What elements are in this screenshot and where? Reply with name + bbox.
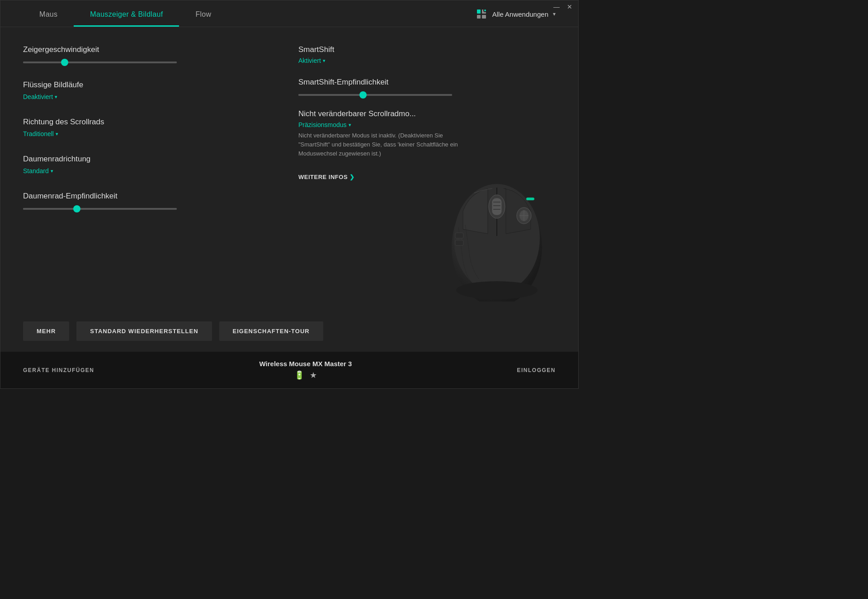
slider-thumb-3[interactable] — [359, 91, 367, 99]
nicht-veraenderbarer-chevron: ▾ — [349, 122, 351, 128]
richtung-scrollrads-chevron: ▾ — [56, 131, 58, 137]
daumenradrichtung-label: Daumenradrichtung — [23, 155, 280, 164]
smartshift-empfindlichkeit-label: SmartShift-Empfindlichkeit — [298, 78, 556, 87]
grid-dot-1 — [477, 9, 481, 14]
nicht-veraenderbarer-block: Nicht veränderbarer Scrollradmo... Präzi… — [298, 109, 556, 158]
daumenrad-empfindlichkeit-slider[interactable] — [23, 208, 177, 210]
richtung-scrollrads-value: Traditionell — [23, 130, 54, 137]
titlebar: — ✕ — [547, 0, 579, 14]
close-button[interactable]: ✕ — [567, 4, 572, 10]
header-right: Alle Anwendungen ▾ — [475, 8, 556, 27]
smartshift-chevron: ▾ — [323, 58, 326, 64]
richtung-scrollrads-dropdown[interactable]: Traditionell ▾ — [23, 130, 280, 137]
geraete-hinzufuegen-button[interactable]: GERÄTE HINZUFÜGEN — [23, 367, 94, 373]
fluessige-bildlaeufe-dropdown[interactable]: Deaktiviert ▾ — [23, 93, 280, 100]
standard-wiederherstellen-button[interactable]: STANDARD WIEDERHERSTELLEN — [76, 321, 212, 341]
richtung-scrollrads-label: Richtung des Scrollrads — [23, 118, 280, 127]
daumenrad-empfindlichkeit-label: Daumenrad-Empfindlichkeit — [23, 192, 280, 201]
slider-fill-3 — [298, 94, 452, 96]
mouse-image — [425, 157, 569, 302]
device-info: Wireless Mouse MX Master 3 🔋 ★ — [259, 360, 352, 380]
apps-grid-icon[interactable] — [475, 8, 488, 20]
svg-point-15 — [456, 281, 538, 299]
smartshift-value: Aktiviert — [298, 57, 321, 64]
daumenradrichtung-value: Standard — [23, 167, 49, 175]
tab-mauszeiger[interactable]: Mauszeiger & Bildlauf — [74, 0, 179, 27]
daumenrad-empfindlichkeit-block: Daumenrad-Empfindlichkeit — [23, 192, 280, 210]
fluessige-bildlaeufe-label: Flüssige Bildläufe — [23, 80, 280, 90]
left-column: Zeigergeschwindigkeit Flüssige Bildläufe… — [23, 45, 298, 292]
minimize-button[interactable]: — — [553, 4, 560, 10]
smartshift-empfindlichkeit-slider[interactable] — [298, 94, 452, 96]
nicht-veraenderbarer-dropdown[interactable]: Präzisionsmodus ▾ — [298, 121, 556, 128]
smartshift-empfindlichkeit-block: SmartShift-Empfindlichkeit — [298, 78, 556, 96]
weitere-infos-arrow: ❯ — [349, 174, 355, 180]
zeigergeschwindigkeit-label: Zeigergeschwindigkeit — [23, 45, 280, 54]
daumenradrichtung-chevron: ▾ — [51, 168, 53, 174]
zeigergeschwindigkeit-slider[interactable] — [23, 61, 177, 63]
grid-dot-3 — [477, 15, 481, 19]
slider-fill — [23, 61, 177, 63]
smartshift-block: SmartShift Aktiviert ▾ — [298, 45, 556, 64]
svg-rect-14 — [455, 240, 463, 245]
daumenradrichtung-dropdown[interactable]: Standard ▾ — [23, 167, 280, 175]
eigenschaften-tour-button[interactable]: EIGENSCHAFTEN-TOUR — [219, 321, 323, 341]
tab-maus[interactable]: Maus — [23, 0, 74, 27]
nicht-veraenderbarer-label: Nicht veränderbarer Scrollradmo... — [298, 109, 556, 118]
bottom-bar: GERÄTE HINZUFÜGEN Wireless Mouse MX Mast… — [0, 352, 578, 388]
header: Maus Mauszeiger & Bildlauf Flow Alle Anw… — [0, 0, 578, 27]
smartshift-label: SmartShift — [298, 45, 556, 54]
svg-rect-13 — [455, 233, 463, 238]
app-window: — ✕ Maus Mauszeiger & Bildlauf Flow Alle… — [0, 0, 579, 389]
weitere-infos-label: WEITERE INFOS — [298, 174, 348, 180]
slider-thumb-2[interactable] — [73, 205, 80, 212]
battery-icon: 🔋 — [294, 370, 304, 380]
fluessige-bildlaeufe-value: Deaktiviert — [23, 93, 53, 100]
bluetooth-icon: ★ — [310, 370, 317, 380]
slider-thumb[interactable] — [61, 59, 68, 66]
fluessige-bildlaeufe-block: Flüssige Bildläufe Deaktiviert ▾ — [23, 80, 280, 100]
mehr-button[interactable]: MEHR — [23, 321, 69, 341]
nicht-veraenderbarer-value: Präzisionsmodus — [298, 121, 347, 128]
svg-rect-12 — [526, 198, 534, 200]
fluessige-bildlaeufe-chevron: ▾ — [55, 94, 57, 100]
grid-dot-4 — [482, 15, 486, 19]
mouse-svg — [425, 157, 569, 302]
all-apps-label[interactable]: Alle Anwendungen — [492, 10, 548, 18]
einloggen-button[interactable]: EINLOGGEN — [517, 367, 556, 373]
device-name: Wireless Mouse MX Master 3 — [259, 360, 352, 368]
tab-flow[interactable]: Flow — [179, 0, 227, 27]
footer-buttons: MEHR STANDARD WIEDERHERSTELLEN EIGENSCHA… — [0, 311, 578, 352]
right-column: SmartShift Aktiviert ▾ SmartShift-Empfin… — [298, 45, 556, 292]
daumenradrichtung-block: Daumenradrichtung Standard ▾ — [23, 155, 280, 175]
smartshift-dropdown[interactable]: Aktiviert ▾ — [298, 57, 556, 64]
zeigergeschwindigkeit-block: Zeigergeschwindigkeit — [23, 45, 280, 63]
main-content: Zeigergeschwindigkeit Flüssige Bildläufe… — [0, 27, 578, 311]
slider-fill-2 — [23, 208, 177, 210]
device-icons: 🔋 ★ — [294, 370, 317, 380]
svg-rect-4 — [492, 198, 501, 215]
apps-grid-notification-dot — [483, 9, 487, 12]
nicht-veraenderbarer-info: Nicht veränderbarer Modus ist inaktiv. (… — [298, 131, 461, 158]
richtung-scrollrads-block: Richtung des Scrollrads Traditionell ▾ — [23, 118, 280, 137]
nav-tabs: Maus Mauszeiger & Bildlauf Flow — [23, 0, 227, 27]
